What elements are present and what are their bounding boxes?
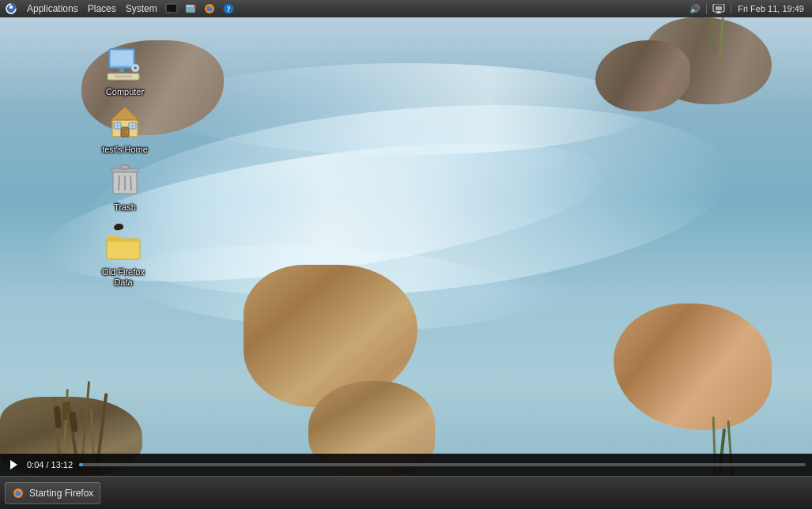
svg-point-6 <box>193 5 195 7</box>
menu-applications[interactable]: Applications <box>22 0 83 17</box>
media-progress-bar[interactable] <box>79 463 806 466</box>
desktop: Computer test's Home <box>0 17 812 476</box>
home-icon-image <box>106 104 144 141</box>
svg-rect-35 <box>121 165 129 169</box>
menu-system[interactable]: System <box>121 0 162 17</box>
menu-places[interactable]: Places <box>83 0 121 17</box>
folder-icon-label: Old Firefox Data <box>95 267 152 288</box>
folder-icon-image <box>104 226 142 264</box>
taskbar: Starting Firefox <box>0 476 812 509</box>
svg-line-36 <box>119 175 119 190</box>
computer-icon-label: Computer <box>106 87 144 97</box>
top-menu-bar: Applications Places System _ <box>0 0 812 17</box>
help-icon[interactable]: ? <box>221 1 236 17</box>
home-icon-label: test's Home <box>102 145 148 155</box>
svg-rect-16 <box>111 51 133 66</box>
network-icon[interactable] <box>710 4 727 13</box>
tray-separator-2 <box>731 3 731 14</box>
media-bar: 0:04 / 13:12 <box>0 454 812 476</box>
fedora-logo[interactable] <box>3 1 19 17</box>
media-progress-fill <box>79 463 83 466</box>
svg-rect-14 <box>716 13 721 13</box>
desktop-icon-home[interactable]: test's Home <box>93 100 157 158</box>
files-icon[interactable] <box>183 1 198 17</box>
svg-line-38 <box>130 175 131 190</box>
svg-rect-20 <box>115 75 132 78</box>
terminal-icon[interactable]: _ <box>164 1 179 17</box>
firefox-icon[interactable] <box>202 1 217 17</box>
taskbar-firefox-label: Starting Firefox <box>29 488 93 499</box>
trash-icon-image <box>106 161 144 199</box>
taskbar-content: Starting Firefox <box>0 482 812 504</box>
media-play-button[interactable] <box>6 458 21 472</box>
taskbar-firefox-icon <box>12 487 25 500</box>
taskbar-firefox-item[interactable]: Starting Firefox <box>5 482 100 504</box>
svg-rect-17 <box>119 68 124 72</box>
media-time-display: 0:04 / 13:12 <box>27 460 73 469</box>
svg-text:_: _ <box>168 6 171 12</box>
svg-rect-41 <box>107 239 140 242</box>
svg-rect-12 <box>716 6 722 10</box>
svg-rect-13 <box>717 11 720 13</box>
computer-icon-image <box>106 46 144 84</box>
svg-marker-42 <box>10 460 17 469</box>
svg-point-22 <box>134 66 137 70</box>
tray-separator <box>706 3 707 14</box>
topbar-right: 🔊 Fri Feb 11, 19:49 <box>687 0 812 17</box>
volume-icon[interactable]: 🔊 <box>687 4 703 14</box>
desktop-icon-trash[interactable]: Trash <box>93 158 157 216</box>
desktop-icon-computer[interactable]: Computer <box>93 43 157 100</box>
trash-icon-label: Trash <box>114 202 136 213</box>
svg-text:?: ? <box>226 5 230 13</box>
desktop-icon-old-firefox[interactable]: Old Firefox Data <box>92 223 155 291</box>
datetime-display: Fri Feb 11, 19:49 <box>735 4 807 13</box>
svg-point-26 <box>127 131 128 133</box>
topbar-left: Applications Places System _ <box>0 0 238 17</box>
svg-marker-24 <box>111 107 139 120</box>
